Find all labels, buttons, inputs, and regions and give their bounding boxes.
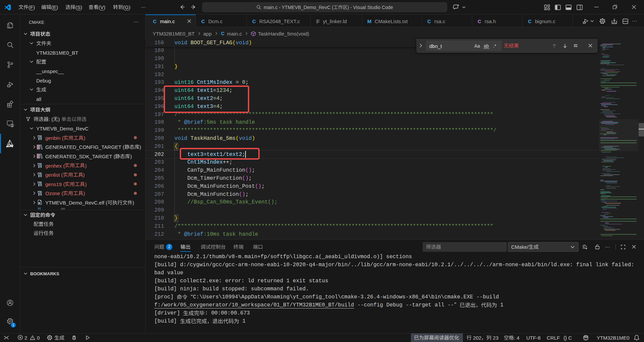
svg-text:01: 01	[39, 203, 41, 204]
